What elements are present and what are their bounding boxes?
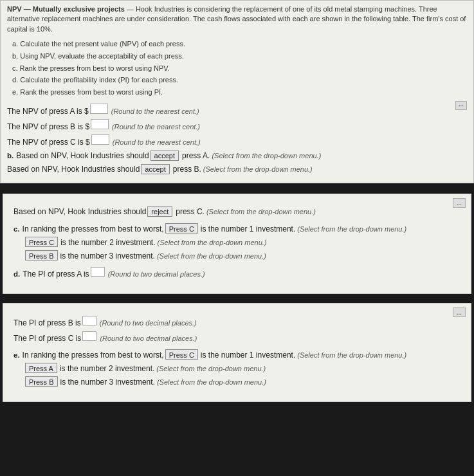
part-b-hint2: (Select from the drop-down menu.) (203, 165, 313, 173)
press-b-tag-1: Press B (25, 250, 58, 261)
press-b-tag-e: Press B (25, 376, 58, 387)
press-a-tag-e: Press A (25, 363, 57, 373)
task-e: e. Rank the presses from best to worst u… (12, 86, 467, 98)
dots-button-mid[interactable]: ... (453, 198, 466, 208)
npv-b-label: The NPV of press B is $ (7, 122, 89, 131)
pi-a-input[interactable] (91, 267, 105, 277)
task-a: a. Calculate the net present value (NPV)… (12, 38, 467, 50)
part-b-press-a: press A. (182, 151, 210, 160)
part-b-line1-prefix: Based on NPV, Hook Industries should (16, 151, 149, 160)
separator-1 (0, 183, 474, 190)
part-c-intro: In ranking the presses from best to wors… (23, 224, 164, 233)
npv-c-input[interactable] (91, 134, 109, 145)
npv-a-row: The NPV of press A is $ (Round to the ne… (7, 104, 455, 116)
card-2: ... Based on NPV, Hook Industries should… (3, 194, 471, 294)
accept-b-dropdown[interactable]: accept (141, 164, 169, 174)
part-d-text: The PI of press A is (23, 270, 89, 279)
part-e-row1: e. In ranking the presses from best to w… (14, 349, 460, 360)
part-e-intro: In ranking the presses from best to wors… (23, 351, 164, 360)
part-e-text2: is the number 2 investment. (60, 364, 154, 373)
bot-wrapper: ... The PI of press B is (Round to two d… (0, 300, 474, 407)
press-c-tag-2: Press C (25, 237, 58, 247)
pi-c-row: The PI of press C is (Round to two decim… (14, 331, 460, 343)
part-e-row2: Press A is the number 2 investment. (Sel… (24, 363, 460, 373)
task-c: c. Rank the presses from best to worst u… (12, 62, 467, 75)
part-c-row2: Press C is the number 2 investment. (Sel… (24, 237, 460, 247)
press-c-tag-e: Press C (165, 349, 198, 360)
part-d-label: d. (14, 270, 20, 278)
part-e-row3: Press B is the number 3 investment. (Sel… (24, 376, 460, 387)
part-e-hint1: (Select from the drop-down menu.) (297, 351, 406, 359)
npv-c-row: The NPV of press C is $ (Round to the ne… (7, 134, 467, 147)
pi-c-input[interactable] (82, 331, 96, 341)
reject-c-dropdown[interactable]: reject (147, 206, 172, 217)
reject-c-hint: (Select from the drop-down menu.) (206, 208, 316, 215)
part-b-hint1: (Select from the drop-down menu.) (212, 152, 321, 160)
task-list: a. Calculate the net present value (NPV)… (12, 38, 467, 98)
card-3: ... The PI of press B is (Round to two d… (3, 303, 471, 402)
npv-c-label: The NPV of press C is $ (7, 138, 90, 147)
reject-c-press: press C. (176, 207, 205, 216)
part-e-text3: is the number 3 investment. (60, 378, 155, 387)
press-c-tag-1: Press C (165, 223, 198, 233)
part-c-text1: is the number 1 investment. (201, 224, 295, 233)
part-c-hint3: (Select from the drop-down menu.) (157, 252, 266, 260)
npv-a-label: The NPV of press A is $ (7, 107, 89, 116)
part-b-row2: Based on NPV, Hook Industries should acc… (7, 164, 467, 174)
npv-b-hint: (Round to the nearest cent.) (112, 123, 200, 131)
top-section: NPV — Mutually exclusive projects — Hook… (0, 0, 474, 183)
accept-a-dropdown[interactable]: accept (150, 151, 179, 161)
part-c-row1: c. In ranking the presses from best to w… (14, 223, 460, 233)
pi-c-label: The PI of press C is (14, 334, 81, 343)
part-c-text3: is the number 3 investment. (60, 252, 155, 261)
part-c-hint2: (Select from the drop-down menu.) (158, 239, 267, 246)
reject-c-row: Based on NPV, Hook Industries should rej… (14, 206, 460, 217)
part-e-text1: is the number 1 investment. (201, 351, 295, 360)
pi-b-row: The PI of press B is (Round to two decim… (14, 316, 460, 327)
npv-b-input[interactable] (91, 119, 109, 129)
pi-b-label: The PI of press B is (14, 318, 81, 327)
part-e-hint3: (Select from the drop-down menu.) (157, 378, 266, 386)
reject-c-prefix: Based on NPV, Hook Industries should (14, 207, 146, 216)
mid-wrapper: ... Based on NPV, Hook Industries should… (0, 190, 474, 298)
npv-b-row: The NPV of press B is $ (Round to the ne… (7, 119, 467, 131)
npv-a-input[interactable] (90, 104, 108, 114)
part-e-label: e. (14, 351, 20, 359)
pi-b-input[interactable] (82, 316, 96, 325)
part-d-row: d. The PI of press A is (Round to two de… (14, 267, 460, 279)
part-c-label: c. (14, 225, 20, 233)
part-b-label: b. (7, 152, 14, 160)
part-e-hint2: (Select from the drop-down menu.) (156, 365, 266, 372)
part-b-row1: b. Based on NPV, Hook Industries should … (7, 151, 467, 161)
npv-c-hint: (Round to the nearest cent.) (113, 138, 201, 146)
header-title: NPV — Mutually exclusive projects — Hook… (7, 5, 467, 34)
npv-a-hint: (Round to the nearest cent.) (111, 107, 199, 115)
pi-c-hint: (Round to two decimal places.) (100, 334, 197, 342)
part-c-row3: Press B is the number 3 investment. (Sel… (24, 250, 460, 261)
part-b-press-b: press B. (173, 165, 201, 174)
part-b-line2-prefix: Based on NPV, Hook Industries should (7, 165, 140, 174)
task-b: b. Using NPV, evaluate the acceptability… (12, 50, 467, 62)
dots-button-top[interactable]: ··· (455, 101, 467, 110)
part-d-hint: (Round to two decimal places.) (108, 270, 205, 278)
part-c-text2: is the number 2 investment. (60, 238, 155, 247)
pi-b-hint: (Round to two decimal places.) (100, 319, 197, 327)
dots-button-bot[interactable]: ... (453, 307, 466, 317)
task-d: d. Calculate the profitability index (PI… (12, 74, 467, 86)
part-c-hint1: (Select from the drop-down menu.) (297, 225, 406, 233)
